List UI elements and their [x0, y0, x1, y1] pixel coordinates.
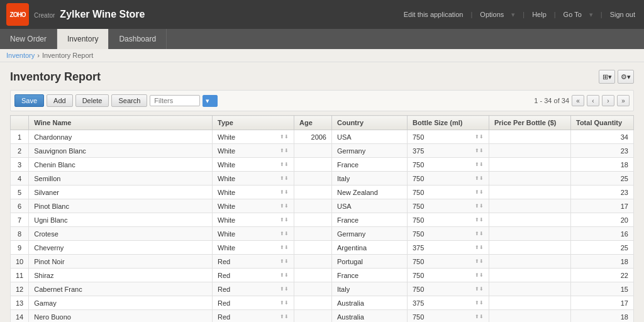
- zoho-logo: ZOHO: [6, 3, 29, 26]
- row-price: [489, 282, 571, 296]
- row-country: France: [332, 213, 408, 227]
- row-country: Australia: [332, 296, 408, 310]
- save-button[interactable]: Save: [14, 94, 44, 107]
- row-num: 2: [11, 144, 29, 158]
- table-row: 7Ugni BlancWhite⬆⬇France750⬆⬇20: [11, 213, 634, 227]
- row-country: New Zealand: [332, 186, 408, 199]
- table-row: 3Chenin BlancWhite⬆⬇France750⬆⬇18: [11, 158, 634, 172]
- row-age: [294, 255, 332, 269]
- row-country: USA: [332, 130, 408, 144]
- report-header: Inventory Report ⊞▾ ⚙▾: [10, 70, 634, 84]
- row-type: White⬆⬇: [213, 241, 294, 255]
- row-num: 8: [11, 227, 29, 241]
- row-price: [489, 199, 571, 213]
- breadcrumb: Inventory › Inventory Report: [0, 49, 644, 62]
- row-price: [489, 130, 571, 144]
- row-country: Portugal: [332, 255, 408, 269]
- row-wine-name: Nero Buono: [29, 310, 213, 323]
- row-type: White⬆⬇: [213, 172, 294, 186]
- row-price: [489, 241, 571, 255]
- row-wine-name: Semillon: [29, 172, 213, 186]
- col-header-age: Age: [294, 116, 332, 130]
- table-row: 9ChevernyWhite⬆⬇Argentina375⬆⬇25: [11, 241, 634, 255]
- row-num: 13: [11, 296, 29, 310]
- row-type: Red⬆⬇: [213, 282, 294, 296]
- table-row: 10Pinot NoirRed⬆⬇Portugal750⬆⬇18: [11, 255, 634, 269]
- sign-out-link[interactable]: Sign out: [608, 9, 638, 19]
- add-button[interactable]: Add: [47, 94, 73, 107]
- filter-input[interactable]: [150, 95, 200, 106]
- col-header-price: Price Per Bottle ($): [489, 116, 571, 130]
- table-header-row: Wine Name Type Age Country Bottle Size (…: [11, 116, 634, 130]
- col-header-qty: Total Quantity: [571, 116, 634, 130]
- row-age: [294, 144, 332, 158]
- creator-label: Creator: [34, 12, 55, 19]
- row-wine-name: Pinot Blanc: [29, 199, 213, 213]
- breadcrumb-inventory[interactable]: Inventory: [6, 52, 35, 59]
- row-bottle-size: 750⬆⬇: [408, 310, 489, 323]
- row-bottle-size: 750⬆⬇: [408, 255, 489, 269]
- col-header-wine-name: Wine Name: [29, 116, 213, 130]
- col-header-type: Type: [213, 116, 294, 130]
- row-country: Germany: [332, 144, 408, 158]
- grid-view-btn[interactable]: ⊞▾: [599, 70, 615, 84]
- row-qty: 17: [571, 199, 634, 213]
- row-wine-name: Ugni Blanc: [29, 213, 213, 227]
- row-wine-name: Gamay: [29, 296, 213, 310]
- row-bottle-size: 375⬆⬇: [408, 144, 489, 158]
- row-qty: 18: [571, 158, 634, 172]
- next-page-btn[interactable]: ›: [602, 95, 614, 106]
- row-wine-name: Sauvignon Blanc: [29, 144, 213, 158]
- row-age: [294, 199, 332, 213]
- main-nav: New Order Inventory Dashboard: [0, 29, 644, 49]
- nav-item-new-order[interactable]: New Order: [0, 29, 57, 49]
- row-qty: 25: [571, 241, 634, 255]
- row-num: 7: [11, 213, 29, 227]
- nav-item-dashboard[interactable]: Dashboard: [109, 29, 167, 49]
- row-price: [489, 296, 571, 310]
- filter-dropdown[interactable]: ▾: [203, 95, 218, 107]
- settings-btn[interactable]: ⚙▾: [618, 70, 634, 84]
- row-country: France: [332, 269, 408, 282]
- row-country: Argentina: [332, 241, 408, 255]
- inventory-table: Wine Name Type Age Country Bottle Size (…: [10, 115, 634, 322]
- row-type: Red⬆⬇: [213, 310, 294, 323]
- row-price: [489, 172, 571, 186]
- row-bottle-size: 750⬆⬇: [408, 186, 489, 199]
- row-type: White⬆⬇: [213, 213, 294, 227]
- row-qty: 17: [571, 296, 634, 310]
- row-wine-name: Crotese: [29, 227, 213, 241]
- row-num: 1: [11, 130, 29, 144]
- help-menu[interactable]: Help: [530, 9, 549, 19]
- row-wine-name: Chenin Blanc: [29, 158, 213, 172]
- row-bottle-size: 375⬆⬇: [408, 241, 489, 255]
- row-type: Red⬆⬇: [213, 255, 294, 269]
- row-qty: 15: [571, 282, 634, 296]
- last-page-btn[interactable]: »: [617, 95, 630, 106]
- search-button[interactable]: Search: [111, 94, 147, 107]
- row-age: [294, 241, 332, 255]
- row-qty: 16: [571, 227, 634, 241]
- row-type: White⬆⬇: [213, 158, 294, 172]
- row-age: [294, 213, 332, 227]
- edit-app-link[interactable]: Edit this application: [401, 9, 466, 19]
- row-price: [489, 144, 571, 158]
- breadcrumb-inventory-report: Inventory Report: [42, 52, 93, 59]
- row-age: [294, 158, 332, 172]
- table-row: 14Nero BuonoRed⬆⬇Australia750⬆⬇18: [11, 310, 634, 323]
- table-row: 6Pinot BlancWhite⬆⬇USA750⬆⬇17: [11, 199, 634, 213]
- delete-button[interactable]: Delete: [75, 94, 109, 107]
- nav-item-inventory[interactable]: Inventory: [57, 29, 109, 49]
- first-page-btn[interactable]: «: [572, 95, 584, 106]
- row-bottle-size: 750⬆⬇: [408, 213, 489, 227]
- row-age: [294, 296, 332, 310]
- pagination: 1 - 34 of 34 « ‹ › »: [534, 95, 630, 106]
- prev-page-btn[interactable]: ‹: [587, 95, 599, 106]
- row-bottle-size: 750⬆⬇: [408, 199, 489, 213]
- row-bottle-size: 750⬆⬇: [408, 130, 489, 144]
- options-menu[interactable]: Options: [477, 9, 506, 19]
- row-num: 3: [11, 158, 29, 172]
- top-header: ZOHO Creator Zylker Wine Store Edit this…: [0, 0, 644, 29]
- row-qty: 23: [571, 144, 634, 158]
- go-to-menu[interactable]: Go To: [561, 9, 584, 19]
